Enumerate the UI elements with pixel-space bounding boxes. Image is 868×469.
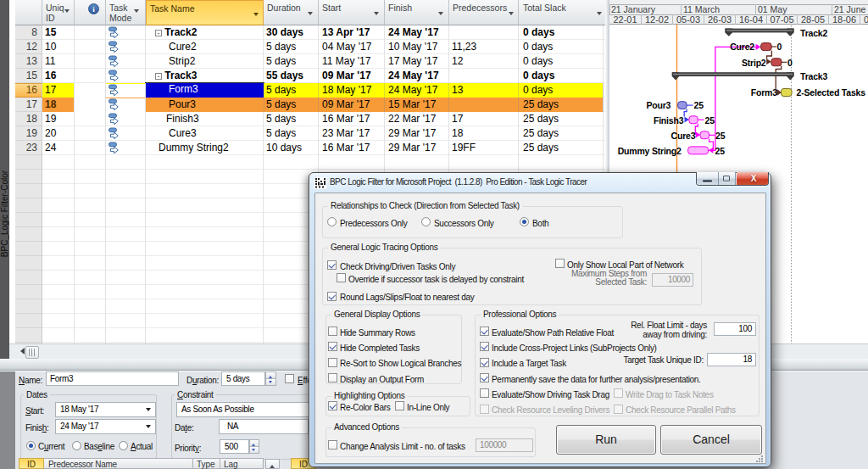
svg-text:0: 0 — [777, 42, 782, 52]
svg-text:Form3: Form3 — [751, 87, 777, 98]
svg-text:Pour3: Pour3 — [646, 100, 670, 110]
svg-text:Strip2: Strip2 — [742, 58, 766, 68]
svg-text:Cure2: Cure2 — [730, 42, 754, 52]
svg-text:0: 0 — [787, 58, 793, 68]
svg-text:25: 25 — [715, 131, 726, 141]
svg-text:Dummy String2: Dummy String2 — [618, 146, 682, 156]
svg-text:Track3: Track3 — [800, 71, 827, 81]
svg-text:25: 25 — [694, 100, 704, 110]
svg-text:25: 25 — [705, 115, 715, 126]
svg-text:25: 25 — [715, 146, 726, 156]
svg-text:Cure3: Cure3 — [671, 131, 696, 141]
svg-text:Finish3: Finish3 — [654, 115, 684, 126]
svg-text:Track2: Track2 — [800, 28, 827, 38]
svg-text:2-Selected Tasks: 2-Selected Tasks — [797, 87, 866, 98]
